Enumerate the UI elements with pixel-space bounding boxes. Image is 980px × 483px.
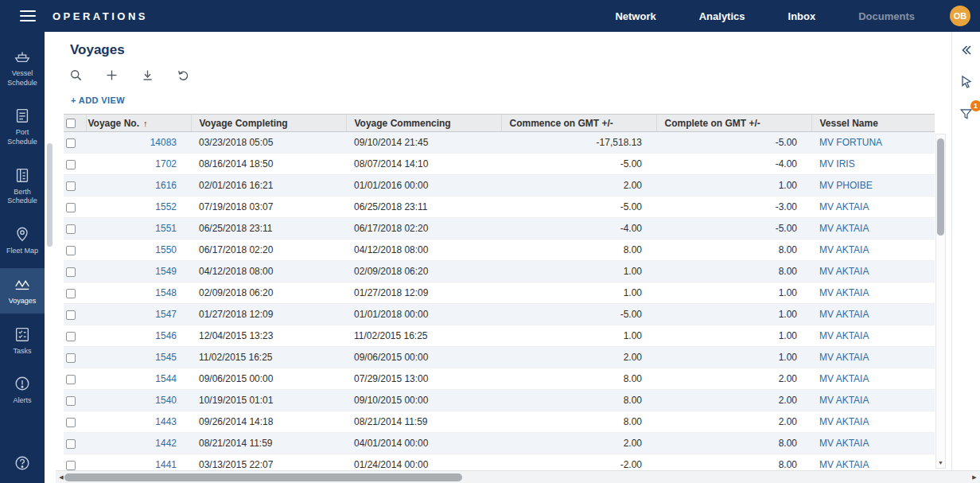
row-checkbox[interactable] <box>66 353 76 363</box>
column-header-complete-on-gmt[interactable]: Complete on GMT +/- <box>656 115 811 132</box>
row-checkbox[interactable] <box>66 375 76 384</box>
voyage-no-link[interactable]: 1550 <box>86 240 191 261</box>
row-checkbox[interactable] <box>66 461 76 470</box>
voyage-no-link[interactable]: 1442 <box>86 433 191 454</box>
row-checkbox[interactable] <box>66 160 76 169</box>
table-row[interactable]: 154409/06/2015 00:0007/29/2015 13:008.00… <box>64 368 935 390</box>
vessel-name[interactable]: MV AKTAIA <box>811 411 935 433</box>
vessel-name[interactable]: MV AKTAIA <box>811 390 935 411</box>
vessel-name[interactable]: MV AKTAIA <box>811 347 935 368</box>
nav-inbox[interactable]: Inbox <box>788 10 816 22</box>
help-button[interactable] <box>0 454 45 472</box>
row-checkbox[interactable] <box>66 246 76 255</box>
vessel-name[interactable]: MV AKTAIA <box>811 197 935 218</box>
table-row[interactable]: 1408303/23/2018 05:0509/10/2014 21:45-17… <box>64 132 935 154</box>
column-header-commence-on-gmt[interactable]: Commence on GMT +/- <box>501 115 656 132</box>
row-checkbox[interactable] <box>66 224 76 234</box>
voyage-no-link[interactable]: 1551 <box>86 218 191 240</box>
voyage-no-link[interactable]: 1702 <box>86 154 191 175</box>
table-row[interactable]: 154904/12/2018 08:0002/09/2018 06:201.00… <box>64 261 935 282</box>
column-header-vessel-name[interactable]: Vessel Name <box>811 115 935 132</box>
undo-button[interactable] <box>176 68 190 83</box>
table-row[interactable]: 144309/26/2014 14:1808/21/2014 11:598.00… <box>64 411 935 433</box>
horizontal-scrollbar[interactable]: ◀ ▶ <box>56 470 980 483</box>
select-all-checkbox[interactable] <box>66 119 76 128</box>
table-row[interactable]: 154612/04/2015 13:2311/02/2015 16:251.00… <box>64 325 935 347</box>
table-row[interactable]: 161602/01/2016 16:2101/01/2016 00:002.00… <box>64 175 935 197</box>
table-row[interactable]: 155207/19/2018 03:0706/25/2018 23:11-5.0… <box>64 197 935 218</box>
hamburger-menu-icon[interactable] <box>20 10 36 21</box>
table-row[interactable]: 154802/09/2018 06:2001/27/2018 12:091.00… <box>64 282 935 304</box>
voyage-no-link[interactable]: 1540 <box>86 390 191 411</box>
row-checkbox[interactable] <box>66 181 76 191</box>
vessel-name[interactable]: MV AKTAIA <box>811 454 935 471</box>
sidebar-scrollbar-thumb[interactable] <box>47 143 52 247</box>
voyage-no-link[interactable]: 1545 <box>86 347 191 368</box>
vertical-scrollbar-thumb[interactable] <box>937 138 944 236</box>
row-checkbox[interactable] <box>66 396 76 406</box>
cursor-tool-button[interactable] <box>958 73 975 91</box>
vessel-name[interactable]: MV AKTAIA <box>811 261 935 282</box>
sidebar-item-port-schedule[interactable]: Port Schedule <box>0 99 45 154</box>
column-header-voyage-no[interactable]: Voyage No.↑ <box>86 115 191 132</box>
row-checkbox[interactable] <box>66 310 76 320</box>
scroll-right-arrow-icon[interactable]: ▶ <box>969 471 980 483</box>
table-row[interactable]: 154511/02/2015 16:2509/06/2015 00:002.00… <box>64 347 935 368</box>
vessel-name[interactable]: MV IRIS <box>811 154 935 175</box>
add-view-button[interactable]: + ADD VIEW <box>71 95 125 105</box>
voyage-no-link[interactable]: 1443 <box>86 411 191 433</box>
voyage-no-link[interactable]: 1549 <box>86 261 191 282</box>
vessel-name[interactable]: MV AKTAIA <box>811 433 935 454</box>
vessel-name[interactable]: MV FORTUNA <box>811 132 935 154</box>
avatar[interactable]: OB <box>950 6 970 26</box>
voyage-no-link[interactable]: 1544 <box>86 368 191 390</box>
nav-analytics[interactable]: Analytics <box>699 10 745 22</box>
voyage-no-link[interactable]: 1546 <box>86 325 191 347</box>
horizontal-scrollbar-thumb[interactable] <box>64 473 462 481</box>
filter-button[interactable]: 1 <box>958 105 975 123</box>
table-row[interactable]: 155006/17/2018 02:2004/12/2018 08:008.00… <box>64 240 935 261</box>
sidebar-item-alerts[interactable]: Alerts <box>0 368 45 413</box>
table-row[interactable]: 155106/25/2018 23:1106/17/2018 02:20-4.0… <box>64 218 935 240</box>
table-row[interactable]: 144103/13/2015 22:0701/24/2014 00:00-2.0… <box>64 454 935 471</box>
nav-documents[interactable]: Documents <box>858 10 915 22</box>
vessel-name[interactable]: MV AKTAIA <box>811 368 935 390</box>
vessel-name[interactable]: MV AKTAIA <box>811 325 935 347</box>
row-checkbox[interactable] <box>66 289 76 298</box>
sidebar-item-tasks[interactable]: Tasks <box>0 318 45 364</box>
download-button[interactable] <box>140 68 154 83</box>
sidebar-scrollbar[interactable] <box>45 32 56 483</box>
voyage-no-link[interactable]: 1552 <box>86 197 191 218</box>
sidebar-item-voyages[interactable]: Voyages <box>0 268 45 314</box>
vessel-name[interactable]: MV AKTAIA <box>811 282 935 304</box>
table-row[interactable]: 154701/27/2018 12:0901/01/2018 00:00-5.0… <box>64 304 935 325</box>
column-header-voyage-completing[interactable]: Voyage Completing <box>191 115 346 132</box>
row-checkbox[interactable] <box>66 439 76 449</box>
nav-network[interactable]: Network <box>615 10 655 22</box>
table-row[interactable]: 144208/21/2014 11:5904/01/2014 00:002.00… <box>64 433 935 454</box>
row-checkbox[interactable] <box>66 138 76 148</box>
table-vertical-scrollbar[interactable]: ▼ <box>935 134 946 469</box>
voyage-no-link[interactable]: 1616 <box>86 175 191 197</box>
table-row[interactable]: 170208/16/2014 18:5008/07/2014 14:10-5.0… <box>64 154 935 175</box>
voyage-no-link[interactable]: 14083 <box>86 132 191 154</box>
column-header-voyage-commencing[interactable]: Voyage Commencing <box>346 115 501 132</box>
vessel-name[interactable]: MV AKTAIA <box>811 240 935 261</box>
row-checkbox[interactable] <box>66 418 76 427</box>
plus-button[interactable] <box>104 68 119 83</box>
voyage-no-link[interactable]: 1441 <box>86 454 191 471</box>
row-checkbox[interactable] <box>66 267 76 277</box>
collapse-panel-button[interactable] <box>958 41 975 59</box>
vessel-name[interactable]: MV AKTAIA <box>811 218 935 240</box>
row-checkbox[interactable] <box>66 203 76 212</box>
row-checkbox[interactable] <box>66 332 76 341</box>
sidebar-item-fleet-map[interactable]: Fleet Map <box>0 218 45 263</box>
sidebar-item-vessel-schedule[interactable]: Vessel Schedule <box>0 41 45 95</box>
vessel-name[interactable]: MV AKTAIA <box>811 304 935 325</box>
vessel-name[interactable]: MV PHOIBE <box>811 175 935 197</box>
search-button[interactable] <box>68 68 83 83</box>
table-row[interactable]: 154010/19/2015 01:0109/10/2015 00:008.00… <box>64 390 935 411</box>
sidebar-item-berth-schedule[interactable]: Berth Schedule <box>0 159 45 213</box>
voyage-no-link[interactable]: 1548 <box>86 282 191 304</box>
voyage-no-link[interactable]: 1547 <box>86 304 191 325</box>
